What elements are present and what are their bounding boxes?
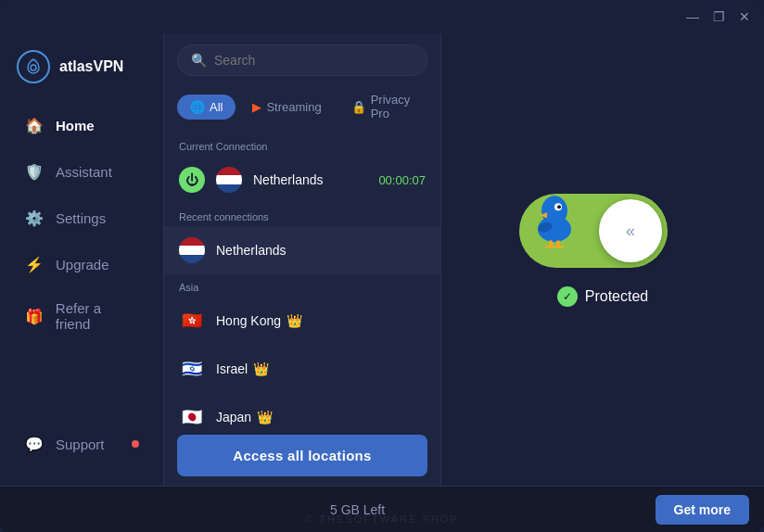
sidebar-item-support-label: Support	[56, 437, 105, 452]
toggle-knob: «	[599, 199, 662, 262]
crown-icon-japan: 👑	[257, 410, 273, 424]
close-button[interactable]: ✕	[736, 8, 753, 25]
vpn-toggle[interactable]: «	[519, 194, 668, 268]
hong-kong-flag: 🇭🇰	[179, 308, 205, 334]
access-btn-wrapper: Access all locations	[164, 425, 440, 486]
recent-connections-label: Recent connections	[164, 204, 440, 226]
sidebar-item-upgrade-label: Upgrade	[56, 257, 109, 272]
location-tabs: 🌐 All ▶ Streaming 🔒 Privacy Pro	[164, 83, 440, 133]
current-connection-country: Netherlands	[253, 172, 324, 187]
sidebar-item-home[interactable]: 🏠 Home	[7, 104, 156, 146]
maximize-button[interactable]: ❐	[710, 8, 727, 25]
sidebar-logo: atlasVPN	[0, 43, 163, 102]
upgrade-icon: ⚡	[24, 254, 45, 274]
tab-streaming[interactable]: ▶ Streaming	[239, 95, 334, 120]
sidebar-bottom: 💬 Support	[0, 412, 163, 476]
app-window: — ❐ ✕ atlasVPN 🏠 Home 🛡️	[0, 0, 764, 532]
crown-icon-israel: 👑	[253, 361, 269, 376]
connection-time: 00:00:07	[378, 173, 426, 187]
crown-icon: 👑	[286, 313, 302, 328]
home-icon: 🏠	[24, 115, 45, 135]
tab-privacy-pro-label: Privacy Pro	[371, 93, 414, 120]
sidebar-item-settings[interactable]: ⚙️ Settings	[7, 196, 156, 239]
support-icon: 💬	[24, 434, 45, 454]
toggle-knob-icon: «	[626, 222, 635, 241]
current-connection-label: Current Connection	[164, 133, 440, 156]
logo-text: atlasVPN	[59, 58, 123, 75]
list-item-hong-kong[interactable]: 🇭🇰 Hong Kong 👑	[164, 297, 440, 345]
main-layout: atlasVPN 🏠 Home 🛡️ Assistant ⚙️ Settings…	[0, 33, 764, 486]
tab-privacy-pro[interactable]: 🔒 Privacy Pro	[338, 87, 427, 126]
support-notification-dot	[132, 440, 139, 448]
tab-all-label: All	[210, 100, 223, 114]
search-icon: 🔍	[191, 53, 207, 68]
sidebar-item-assistant[interactable]: 🛡️ Assistant	[7, 150, 156, 193]
all-tab-icon: 🌐	[190, 100, 205, 114]
assistant-icon: 🛡️	[24, 161, 45, 182]
netherlands-flag-recent	[179, 237, 205, 263]
streaming-tab-icon: ▶	[252, 100, 261, 114]
settings-icon: ⚙️	[24, 208, 45, 228]
privacypro-tab-icon: 🔒	[351, 100, 366, 114]
search-input[interactable]	[214, 53, 414, 68]
netherlands-flag-current	[216, 167, 242, 193]
sidebar-item-assistant-label: Assistant	[56, 164, 112, 180]
sidebar: atlasVPN 🏠 Home 🛡️ Assistant ⚙️ Settings…	[0, 33, 163, 486]
minimize-button[interactable]: —	[684, 8, 701, 25]
gb-left-label: 5 GB Left	[330, 502, 385, 517]
center-panel: 🔍 🌐 All ▶ Streaming 🔒 Privacy Pro	[163, 33, 441, 486]
vpn-toggle-area: « ✓ Protected	[519, 194, 686, 307]
sidebar-item-upgrade[interactable]: ⚡ Upgrade	[7, 243, 156, 285]
israel-name: Israel 👑	[216, 361, 269, 376]
recent-connection-item[interactable]: Netherlands	[164, 226, 440, 274]
sidebar-item-refer-label: Refer a friend	[56, 300, 139, 332]
protected-badge: ✓ Protected	[557, 286, 648, 307]
sidebar-item-home-label: Home	[56, 118, 95, 133]
sidebar-spacer	[0, 345, 163, 412]
toggle-container: «	[519, 194, 686, 268]
recent-connection-country: Netherlands	[216, 243, 286, 258]
refer-icon: 🎁	[24, 306, 45, 326]
power-icon: ⏻	[179, 167, 205, 193]
japan-name: Japan 👑	[216, 410, 273, 424]
hong-kong-name: Hong Kong 👑	[216, 313, 302, 328]
sidebar-item-refer[interactable]: 🎁 Refer a friend	[7, 289, 156, 343]
title-bar: — ❐ ✕	[0, 0, 764, 33]
access-all-locations-button[interactable]: Access all locations	[177, 435, 427, 476]
list-item-israel[interactable]: 🇮🇱 Israel 👑	[164, 345, 440, 393]
protected-label: Protected	[585, 288, 648, 305]
search-input-wrapper: 🔍	[177, 44, 427, 76]
right-panel: « ✓ Protected	[441, 33, 764, 486]
sidebar-item-settings-label: Settings	[56, 210, 106, 226]
bottom-bar: 5 GB Left Get more	[0, 486, 764, 532]
window-controls: — ❐ ✕	[684, 8, 753, 25]
tab-streaming-label: Streaming	[266, 100, 321, 114]
svg-point-0	[31, 65, 36, 70]
search-bar: 🔍	[164, 33, 440, 83]
israel-flag: 🇮🇱	[179, 356, 205, 382]
get-more-button[interactable]: Get more	[656, 495, 749, 525]
current-connection-item[interactable]: ⏻ Netherlands 00:00:07	[164, 156, 440, 204]
logo-icon	[17, 50, 50, 83]
sidebar-item-support[interactable]: 💬 Support	[7, 423, 156, 465]
tab-all[interactable]: 🌐 All	[177, 95, 236, 120]
protected-check-icon: ✓	[557, 286, 578, 307]
asia-section-label: Asia	[164, 274, 440, 297]
